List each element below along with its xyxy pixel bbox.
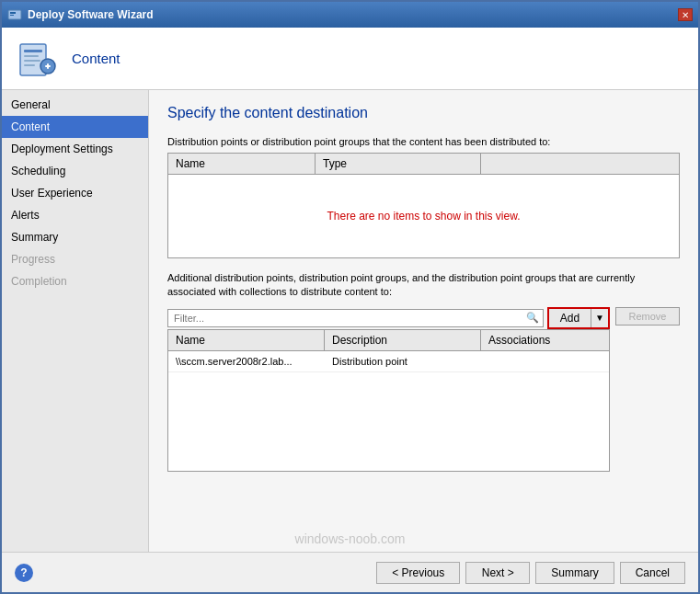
sidebar-item-user-experience[interactable]: User Experience bbox=[2, 182, 148, 204]
svg-rect-1 bbox=[10, 12, 16, 14]
filter-input[interactable] bbox=[168, 310, 522, 326]
empty-message: There are no items to show in this view. bbox=[327, 210, 520, 223]
upper-table: Name Type There are no items to show in … bbox=[167, 153, 680, 258]
lower-col-associations: Associations bbox=[481, 330, 610, 350]
deploy-software-wizard-window: Deploy Software Wizard ✕ Content General… bbox=[0, 0, 700, 594]
upper-section-label: Distribution points or distribution poin… bbox=[167, 136, 680, 147]
lower-section-description: Additional distribution points, distribu… bbox=[167, 271, 680, 300]
lower-table-header: Name Description Associations bbox=[168, 330, 609, 351]
table-row[interactable]: \\sccm.server2008r2.lab... Distribution … bbox=[168, 351, 609, 372]
search-icon: 🔍 bbox=[522, 310, 543, 326]
sidebar-item-deployment-settings[interactable]: Deployment Settings bbox=[2, 138, 148, 160]
main-content: General Content Deployment Settings Sche… bbox=[2, 90, 698, 552]
row-name: \\sccm.server2008r2.lab... bbox=[168, 354, 325, 369]
help-button[interactable]: ? bbox=[15, 564, 33, 582]
svg-rect-6 bbox=[24, 60, 40, 62]
svg-rect-7 bbox=[24, 64, 35, 66]
header-bar: Content bbox=[2, 28, 698, 90]
lower-table-body: \\sccm.server2008r2.lab... Distribution … bbox=[168, 351, 609, 471]
filter-input-wrap: 🔍 bbox=[167, 309, 544, 327]
svg-rect-10 bbox=[47, 63, 49, 69]
title-bar: Deploy Software Wizard ✕ bbox=[2, 2, 698, 28]
content-header-icon bbox=[15, 37, 59, 81]
lower-col-name: Name bbox=[168, 330, 325, 350]
cancel-button[interactable]: Cancel bbox=[620, 562, 685, 584]
upper-table-body: There are no items to show in this view. bbox=[168, 175, 679, 257]
lower-section: 🔍 Add ▼ Name Description Associations bbox=[167, 307, 680, 472]
remove-button[interactable]: Remove bbox=[615, 307, 680, 326]
add-button-group: Add ▼ bbox=[547, 307, 610, 329]
title-text: Deploy Software Wizard bbox=[28, 8, 154, 21]
content-area: Specify the content destination Distribu… bbox=[149, 90, 698, 552]
add-dropdown-button[interactable]: ▼ bbox=[591, 309, 608, 327]
sidebar-item-general[interactable]: General bbox=[2, 94, 148, 116]
wizard-title-icon bbox=[7, 7, 22, 22]
summary-button[interactable]: Summary bbox=[535, 562, 614, 584]
upper-col-type: Type bbox=[316, 154, 481, 174]
right-buttons: Remove bbox=[615, 307, 680, 326]
sidebar: General Content Deployment Settings Sche… bbox=[2, 90, 149, 552]
footer: ? < Previous Next > Summary Cancel bbox=[2, 552, 698, 592]
lower-section-main: 🔍 Add ▼ Name Description Associations bbox=[167, 307, 610, 472]
upper-col-name: Name bbox=[168, 154, 316, 174]
sidebar-item-scheduling[interactable]: Scheduling bbox=[2, 160, 148, 182]
lower-col-description: Description bbox=[325, 330, 481, 350]
filter-row: 🔍 Add ▼ bbox=[167, 307, 610, 329]
sidebar-item-alerts[interactable]: Alerts bbox=[2, 204, 148, 226]
footer-left: ? bbox=[15, 564, 33, 582]
sidebar-item-progress: Progress bbox=[2, 248, 148, 270]
svg-rect-5 bbox=[24, 55, 39, 57]
title-bar-left: Deploy Software Wizard bbox=[7, 7, 154, 22]
sidebar-item-completion: Completion bbox=[2, 270, 148, 292]
next-button[interactable]: Next > bbox=[465, 562, 530, 584]
close-button[interactable]: ✕ bbox=[678, 8, 693, 21]
svg-rect-2 bbox=[10, 15, 14, 16]
page-title: Specify the content destination bbox=[167, 105, 680, 121]
upper-table-header: Name Type bbox=[168, 154, 679, 175]
lower-col-extra bbox=[610, 330, 625, 350]
add-button[interactable]: Add bbox=[549, 309, 591, 327]
row-associations bbox=[481, 354, 610, 369]
sidebar-item-summary[interactable]: Summary bbox=[2, 226, 148, 248]
row-description: Distribution point bbox=[325, 354, 481, 369]
header-title: Content bbox=[72, 51, 120, 66]
previous-button[interactable]: < Previous bbox=[376, 562, 460, 584]
footer-buttons: < Previous Next > Summary Cancel bbox=[376, 562, 685, 584]
row-extra bbox=[610, 354, 625, 369]
sidebar-item-content[interactable]: Content bbox=[2, 116, 148, 138]
lower-table: Name Description Associations \\sccm.ser… bbox=[167, 329, 610, 472]
svg-rect-4 bbox=[24, 50, 42, 52]
upper-col-extra bbox=[481, 154, 679, 174]
